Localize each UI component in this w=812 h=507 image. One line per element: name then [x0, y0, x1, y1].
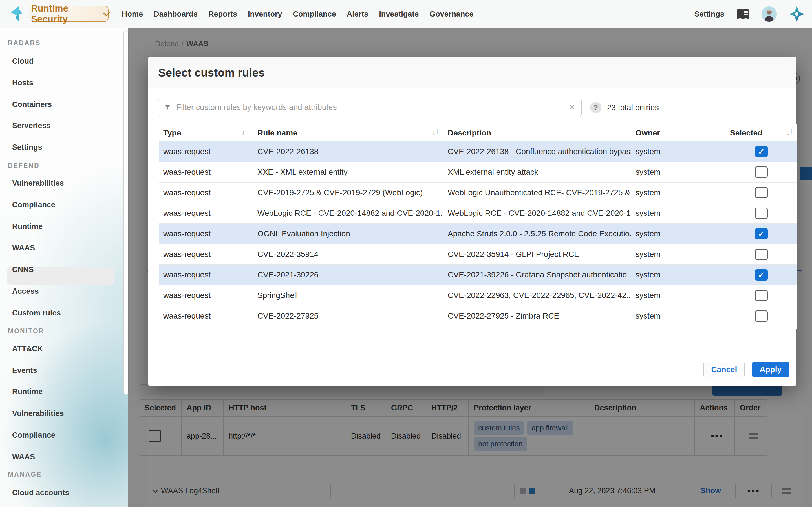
col-rule-name[interactable]: Rule name ↓↑	[253, 124, 443, 141]
rule-table-row[interactable]: waas-request CVE-2022-26138 CVE-2022-261…	[159, 142, 797, 162]
main-nav: Home Dashboards Reports Inventory Compli…	[122, 0, 473, 28]
rule-table-row[interactable]: waas-request XXE - XML external entity X…	[159, 162, 797, 182]
nav-alerts[interactable]: Alerts	[347, 10, 368, 18]
col-owner[interactable]: Owner	[631, 124, 725, 141]
nav-inventory[interactable]: Inventory	[248, 10, 282, 18]
cell-rule-name: SpringShell	[253, 285, 443, 305]
rule-checkbox[interactable]	[755, 290, 768, 301]
sidebar-item-containers[interactable]: Containers	[12, 100, 52, 109]
chevron-down-icon	[103, 10, 110, 16]
rule-table-row[interactable]: waas-request CVE-2022-27925 CVE-2022-279…	[159, 306, 797, 327]
cell-type: waas-request	[159, 306, 253, 326]
rule-table-row[interactable]: waas-request CVE-2021-39226 CVE-2021-392…	[159, 265, 797, 285]
sidebar-scrollbar-thumb[interactable]	[123, 31, 128, 395]
sidebar-item-vulnerabilities[interactable]: Vulnerabilities	[12, 179, 64, 187]
cell-owner: system	[631, 162, 725, 182]
nav-settings[interactable]: Settings	[694, 10, 724, 18]
cell-rule-name: WebLogic RCE - CVE-2020-14882 and CVE-20…	[253, 203, 443, 223]
cancel-button[interactable]: Cancel	[703, 362, 745, 377]
apply-button[interactable]: Apply	[752, 362, 789, 377]
custom-rules-table: Type ↓↑ Rule name ↓↑ Description Owner S…	[159, 124, 797, 329]
rule-checkbox[interactable]	[755, 228, 768, 239]
cell-description: CVE-2022-35914 - GLPI Project RCE	[443, 244, 631, 265]
sidebar-item-events[interactable]: Events	[12, 366, 37, 375]
left-sidebar: RADARS Cloud Hosts Containers Serverless…	[0, 28, 128, 507]
rule-checkbox[interactable]	[755, 146, 768, 157]
nav-home[interactable]: Home	[122, 10, 143, 18]
nav-investigate[interactable]: Investigate	[379, 10, 419, 18]
sidebar-item-attck[interactable]: ATT&CK	[12, 344, 43, 353]
nav-dashboards[interactable]: Dashboards	[154, 10, 198, 18]
cell-rule-name: CVE-2021-39226	[253, 265, 443, 285]
sidebar-item-cloud[interactable]: Cloud	[12, 57, 34, 66]
cell-description: CVE-2022-27925 - Zimbra RCE	[443, 306, 631, 326]
sort-icon[interactable]: ↓↑	[786, 129, 793, 137]
user-avatar[interactable]	[762, 6, 777, 22]
cell-type: waas-request	[159, 285, 253, 305]
rule-checkbox[interactable]	[755, 311, 768, 322]
filter-funnel-icon	[164, 104, 171, 111]
col-selected-label: Selected	[730, 128, 762, 137]
cell-type: waas-request	[159, 203, 253, 223]
sort-icon[interactable]: ↓↑	[242, 129, 249, 137]
filter-input[interactable]	[175, 103, 564, 112]
cell-type: waas-request	[159, 182, 253, 203]
cell-description: CVE-2022-26138 - Confluence authenticati…	[443, 142, 631, 162]
select-custom-rules-modal: Select custom rules ✕ ? 23 total entries…	[148, 57, 797, 386]
nav-compliance[interactable]: Compliance	[293, 10, 336, 18]
nav-governance[interactable]: Governance	[429, 10, 473, 18]
rule-checkbox[interactable]	[755, 166, 768, 178]
product-switcher-label: Runtime Security	[31, 3, 99, 24]
col-type[interactable]: Type ↓↑	[159, 124, 253, 141]
avatar-illustration	[762, 6, 777, 22]
rule-table-row[interactable]: waas-request CVE-2022-35914 CVE-2022-359…	[159, 244, 797, 265]
cell-owner: system	[631, 265, 725, 285]
rule-checkbox[interactable]	[755, 249, 768, 260]
sidebar-section-monitor: MONITOR	[8, 327, 44, 335]
rule-table-row[interactable]: waas-request WebLogic RCE - CVE-2020-148…	[159, 203, 797, 224]
modal-footer: Cancel Apply	[703, 362, 789, 377]
documentation-book-icon[interactable]	[736, 8, 750, 20]
clear-filter-icon[interactable]: ✕	[569, 103, 576, 112]
col-description[interactable]: Description	[443, 124, 631, 141]
sidebar-item-compliance-monitor[interactable]: Compliance	[12, 431, 55, 440]
rule-checkbox[interactable]	[755, 208, 768, 219]
cell-description: WebLogic Unauthenticated RCE- CVE-2019-2…	[443, 182, 631, 203]
rule-table-row[interactable]: waas-request CVE-2019-2725 & CVE-2019-27…	[159, 182, 797, 203]
sidebar-item-hosts[interactable]: Hosts	[12, 78, 33, 87]
cell-description: Apache Struts 2.0.0 - 2.5.25 Remote Code…	[443, 224, 631, 244]
sidebar-item-compliance[interactable]: Compliance	[12, 201, 55, 209]
sidebar-item-custom-rules[interactable]: Custom rules	[12, 309, 61, 318]
cell-rule-name: CVE-2022-35914	[253, 244, 443, 265]
total-entries-label: 23 total entries	[607, 103, 659, 112]
rule-checkbox[interactable]	[755, 187, 768, 198]
filter-help-icon[interactable]: ?	[590, 102, 601, 113]
cell-rule-name: XXE - XML external entity	[253, 162, 443, 182]
sidebar-item-runtime-monitor[interactable]: Runtime	[12, 387, 43, 396]
cell-description: WebLogic RCE - CVE-2020-14882 and CVE-20…	[443, 203, 631, 223]
sidebar-item-settings[interactable]: Settings	[12, 143, 42, 152]
sidebar-item-vulnerabilities-monitor[interactable]: Vulnerabilities	[12, 409, 64, 418]
rule-table-row[interactable]: waas-request OGNL Evaluation Injection A…	[159, 224, 797, 244]
sidebar-item-cloud-accounts[interactable]: Cloud accounts	[12, 489, 69, 497]
modal-title: Select custom rules	[158, 66, 265, 79]
sidebar-item-waas-monitor[interactable]: WAAS	[12, 453, 35, 461]
rule-checkbox[interactable]	[755, 269, 768, 281]
prisma-cloud-logo-icon[interactable]	[789, 6, 805, 22]
col-selected[interactable]: Selected ↓↑	[725, 124, 797, 141]
cell-description: CVE-2021-39226 - Grafana Snapshot authen…	[443, 265, 631, 285]
col-description-label: Description	[448, 128, 491, 137]
cell-owner: system	[631, 203, 725, 223]
sidebar-item-access[interactable]: Access	[12, 287, 39, 296]
sidebar-item-waas-active[interactable]: WAAS	[12, 244, 35, 252]
sidebar-item-serverless[interactable]: Serverless	[12, 121, 51, 130]
product-switcher[interactable]: Runtime Security	[31, 6, 109, 22]
rule-table-row-partial[interactable]	[159, 327, 797, 329]
sidebar-item-runtime[interactable]: Runtime	[12, 222, 43, 231]
rule-table-row[interactable]: waas-request SpringShell CVE-2022-22963,…	[159, 285, 797, 306]
cell-type: waas-request	[159, 244, 253, 265]
sort-icon[interactable]: ↓↑	[432, 129, 439, 137]
cell-rule-name: OGNL Evaluation Injection	[253, 224, 443, 244]
sidebar-item-cnns[interactable]: CNNS	[12, 265, 34, 274]
nav-reports[interactable]: Reports	[208, 10, 237, 18]
